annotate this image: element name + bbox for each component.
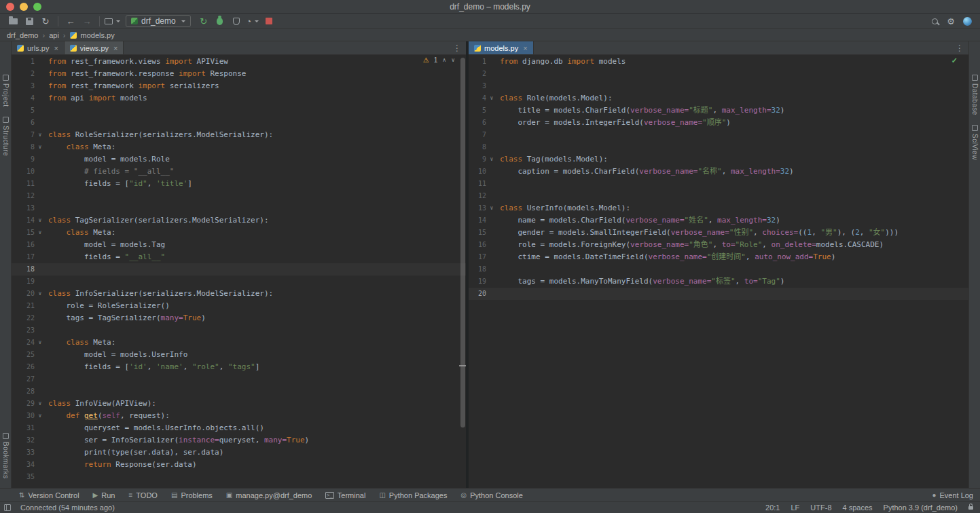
code-line[interactable]: 7∨class RoleSerializer(serializers.Model… (12, 129, 466, 141)
fold-marker[interactable]: ∨ (35, 337, 46, 349)
tab-options-menu[interactable]: ⋮ (448, 41, 466, 54)
code-line[interactable]: 10 # fields = "__all__" (12, 166, 466, 178)
toolwindow-button-terminal[interactable]: >_Terminal (325, 491, 365, 499)
toolwindow-button-todo[interactable]: ≡TODO (129, 491, 158, 499)
code-line[interactable]: 6 (12, 117, 466, 129)
debug-button[interactable] (213, 14, 228, 28)
fold-marker[interactable]: ∨ (35, 214, 46, 227)
save-all-button[interactable] (22, 14, 37, 28)
status-widget-line-separator[interactable]: LF (791, 504, 800, 512)
open-button[interactable] (5, 14, 20, 28)
fold-marker[interactable]: ∨ (35, 227, 46, 239)
coverage-button[interactable] (229, 14, 244, 28)
toolwindow-button-run[interactable]: ▶Run (93, 491, 115, 499)
tool-window-button-bookmarks[interactable]: Bookmarks (2, 428, 10, 484)
code-line[interactable]: 20 (469, 288, 968, 300)
code-line[interactable]: 23 (12, 324, 466, 337)
code-line[interactable]: 2from rest_framework.response import Res… (12, 68, 466, 80)
breadcrumb-item-models-py[interactable]: models.py (81, 31, 115, 39)
toolwindow-button-version-control[interactable]: ⇅Version Control (19, 491, 79, 499)
code-line[interactable]: 17 ctime = models.DateTimeField(verbose_… (469, 251, 968, 263)
status-widget-indent-style[interactable]: 4 spaces (843, 504, 873, 512)
run-button[interactable]: ↻ (196, 14, 211, 28)
code-line[interactable]: 16 role = models.ForeignKey(verbose_name… (469, 239, 968, 251)
layout-toggle-icon[interactable] (4, 504, 11, 511)
editor-views-py[interactable]: 1from rest_framework.views import APIVie… (12, 55, 466, 488)
run-config-selector[interactable]: drf_demo (126, 15, 191, 27)
code-line[interactable]: 25 model = models.UserInfo (12, 349, 466, 361)
fold-marker[interactable]: ∨ (35, 398, 46, 410)
run-configurations-button[interactable] (105, 14, 120, 28)
code-line[interactable]: 20∨class InfoSerializer(serializers.Mode… (12, 288, 466, 300)
tab-models-py[interactable]: models.py × (469, 41, 534, 54)
status-widget-file-encoding[interactable]: UTF-8 (810, 504, 831, 512)
code-line[interactable]: 18 (469, 263, 968, 276)
code-line[interactable]: 32 ser = InfoSerializer(instance=queryse… (12, 434, 466, 446)
tool-window-button-structure[interactable]: Structure (2, 112, 10, 161)
toolwindow-button-manage-py-drf-demo[interactable]: ▣manage.py@drf_demo (226, 491, 312, 499)
toolwindow-button-problems[interactable]: ▤Problems (171, 491, 213, 499)
code-line[interactable]: 14 name = models.CharField(verbose_name=… (469, 214, 968, 227)
code-line[interactable]: 29∨class InfoView(APIView): (12, 398, 466, 410)
code-line[interactable]: 11 fields = ["id", 'title'] (12, 178, 466, 190)
code-line[interactable]: 9∨class Tag(models.Model): (469, 153, 968, 166)
code-line[interactable]: 4from api import models (12, 92, 466, 104)
code-line[interactable]: 26 fields = ['id', 'name', "role", "tags… (12, 361, 466, 373)
code-with-me-button[interactable] (960, 14, 975, 28)
profiler-button[interactable]: ◔ (245, 14, 260, 28)
code-line[interactable]: 21 role = RoleSerializer() (12, 300, 466, 312)
scrollbar-thumb[interactable] (460, 58, 465, 428)
warning-icon[interactable]: ⚠ (423, 56, 429, 64)
code-line[interactable]: 35 (12, 471, 466, 483)
code-line[interactable]: 33 print(type(ser.data), ser.data) (12, 446, 466, 459)
code-line[interactable]: 1from rest_framework.views import APIVie… (12, 56, 466, 68)
code-line[interactable]: 12 (12, 190, 466, 202)
sync-button[interactable]: ↻ (38, 14, 53, 28)
code-line[interactable]: 28 (12, 385, 466, 398)
code-line[interactable]: 15 gender = models.SmallIntegerField(ver… (469, 227, 968, 239)
prev-problem-icon[interactable]: ∧ (442, 57, 446, 63)
no-problems-icon[interactable]: ✓ (951, 56, 958, 65)
tool-window-button-project[interactable]: Project (2, 70, 10, 112)
tab-views-py[interactable]: views.py × (65, 41, 124, 54)
breadcrumb-item-api[interactable]: api (49, 31, 59, 39)
code-line[interactable]: 34 return Response(ser.data) (12, 459, 466, 471)
code-line[interactable]: 18 (12, 263, 466, 276)
code-line[interactable]: 24∨ class Meta: (12, 337, 466, 349)
tool-window-button-sciview[interactable]: SciView (971, 120, 979, 165)
tab-options-menu[interactable]: ⋮ (951, 41, 968, 54)
code-line[interactable]: 9 model = models.Role (12, 153, 466, 166)
toolwindow-button-python-packages[interactable]: ◫Python Packages (379, 491, 447, 499)
code-line[interactable]: 13∨class UserInfo(models.Model): (469, 202, 968, 214)
code-line[interactable]: 11 (469, 178, 968, 190)
code-line[interactable]: 8∨ class Meta: (12, 141, 466, 153)
code-line[interactable]: 31 queryset = models.UserInfo.objects.al… (12, 422, 466, 434)
code-line[interactable]: 17 fields = "__all__" (12, 251, 466, 263)
code-line[interactable]: 8 (469, 141, 968, 153)
code-line[interactable]: 1from django.db import models (469, 56, 968, 68)
close-icon[interactable]: × (54, 44, 58, 52)
code-line[interactable]: 27 (12, 373, 466, 385)
code-line[interactable]: 15∨ class Meta: (12, 227, 466, 239)
code-line[interactable]: 19 tags = models.ManyToManyField(verbose… (469, 276, 968, 288)
code-line[interactable]: 3from rest_framework import serializers (12, 80, 466, 92)
code-line[interactable]: 3 (469, 80, 968, 92)
fold-marker[interactable]: ∨ (486, 92, 497, 104)
code-line[interactable]: 5 (12, 104, 466, 117)
close-icon[interactable]: × (113, 44, 117, 52)
code-line[interactable]: 10 caption = models.CharField(verbose_na… (469, 166, 968, 178)
code-line[interactable]: 19 (12, 276, 466, 288)
search-everywhere-button[interactable] (927, 14, 942, 28)
forward-button[interactable]: → (79, 14, 94, 28)
editor-models-py[interactable]: 1from django.db import models234∨class R… (469, 55, 968, 488)
fold-marker[interactable]: ∨ (486, 153, 497, 166)
code-line[interactable]: 14∨class TagSerializer(serializers.Model… (12, 214, 466, 227)
fold-marker[interactable]: ∨ (35, 129, 46, 141)
code-line[interactable]: 7 (469, 129, 968, 141)
next-problem-icon[interactable]: ∨ (451, 57, 455, 63)
tool-window-button-database[interactable]: Database (971, 70, 979, 120)
toolwindow-button-python-console[interactable]: ◎Python Console (460, 491, 522, 499)
fold-marker[interactable]: ∨ (35, 141, 46, 153)
back-button[interactable]: ← (63, 14, 78, 28)
scrollbar[interactable] (460, 55, 466, 488)
